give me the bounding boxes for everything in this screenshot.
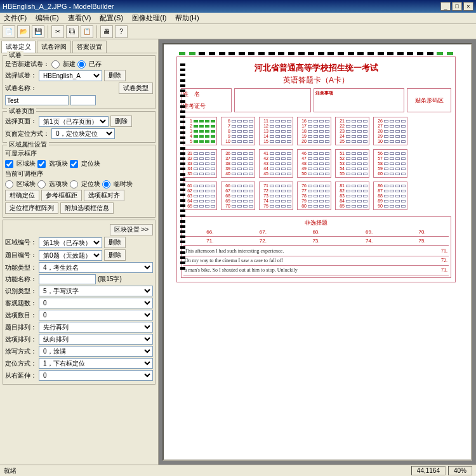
lbl-objcnt: 客观题数： (5, 299, 37, 308)
sheet-subtitle: 英语答题卡（A卡） (181, 75, 451, 86)
select-posmode[interactable]: 0，定位块定位 (51, 128, 115, 139)
select-scoremode[interactable]: 0，涂满 (39, 346, 153, 357)
chk-locblk[interactable] (70, 160, 78, 168)
print-icon[interactable]: 🖶 (100, 25, 113, 38)
btn-addopt[interactable]: 附加选项框信息 (60, 202, 114, 214)
maximize-button[interactable]: □ (452, 2, 462, 11)
select-objcnt[interactable]: 0 (39, 298, 153, 308)
menu-imgproc[interactable]: 图像处理(I) (132, 13, 166, 23)
radio-exist[interactable] (77, 60, 86, 69)
select-rectype[interactable]: 5，手写汉字 (39, 286, 153, 296)
menu-edit[interactable]: 编辑(E) (36, 13, 59, 23)
essay-nums-row2: 71.72.73.74.75. (183, 238, 449, 246)
chk-region[interactable] (5, 160, 13, 168)
titlebar: HBEnglish_A_2.JPG - ModelBuilder _ □ × (0, 0, 476, 13)
select-regnum[interactable]: 第1块（已存块） (39, 237, 102, 248)
rad-temp[interactable] (102, 180, 110, 188)
rad-locblk-lbl: 定位块 (81, 180, 100, 188)
label-select: 选择试卷： (5, 71, 37, 80)
radio-new[interactable] (51, 60, 60, 69)
tab-answerset[interactable]: 答案设置 (72, 41, 107, 53)
tabs: 试卷定义 试卷评阅 答案设置 (1, 41, 157, 53)
chk-optblk[interactable] (37, 160, 46, 168)
essay-line: On my way to the cinema I saw a case to … (185, 258, 283, 263)
rad-temp-lbl: 临时块 (114, 180, 133, 188)
rad-locblk[interactable] (70, 180, 78, 188)
answer-sheet: 河北省普通高等学校招生统一考试 英语答题卡（A卡） 姓 名 准考证号 注意事项 … (176, 51, 456, 282)
essay-line: a man's bike. So I shouted out at him to… (185, 267, 298, 273)
btn-optalign[interactable]: 选项框对齐 (84, 190, 124, 201)
lbl-funcname: 功能名称： (5, 275, 37, 284)
status-zoom: 40% (448, 466, 472, 475)
essay-num: 71. (441, 248, 447, 255)
essay-line: This afternoon I had such interesting ex… (185, 248, 284, 254)
btn-regset[interactable]: 区块设置 >> (110, 224, 153, 235)
input-papername2[interactable] (70, 95, 96, 105)
essay-nums-row1: 66.67.68.69.70. (183, 229, 449, 237)
menu-view[interactable]: 查看(V) (68, 13, 91, 23)
paste-icon[interactable]: 📋 (81, 25, 93, 38)
select-extend[interactable]: 0 (39, 370, 153, 381)
select-optarr[interactable]: 纵向排列 (39, 334, 153, 345)
help-icon[interactable]: ? (115, 25, 128, 38)
close-button[interactable]: × (463, 2, 473, 11)
essay-num: 73. (441, 267, 447, 274)
group-page: 试卷页面 选择页面： 第1页（已存页面） 删除 页面定位方式： 0，定位块定位 (3, 111, 155, 143)
chk-locblk-lbl: 定位块 (81, 159, 100, 168)
sheet-viewport[interactable]: 河北省普通高等学校招生统一考试 英语答题卡（A卡） 姓 名 准考证号 注意事项 … (162, 43, 472, 461)
opt-new: 新建 (63, 60, 76, 69)
group-title: 试卷 (7, 51, 23, 60)
btn-locseq[interactable]: 定位框序框阵列 (5, 202, 58, 214)
copy-icon[interactable]: ⿻ (66, 25, 79, 38)
new-icon[interactable]: 📄 (3, 25, 15, 38)
separator (96, 25, 97, 38)
label-newpaper: 是否新建试卷： (5, 60, 50, 69)
select-page[interactable]: 第1页（已存页面） (39, 116, 109, 127)
minimize-button[interactable]: _ (440, 2, 451, 11)
select-qarr[interactable]: 先行再列 (39, 322, 153, 333)
input-funcname[interactable] (39, 274, 96, 284)
lbl-qnum: 题目编号： (5, 251, 37, 260)
statusbar: 就绪 44,1164 40% (0, 465, 476, 476)
separator (48, 25, 48, 38)
chk-region-lbl: 区域块 (17, 159, 36, 168)
save-icon[interactable]: 💾 (32, 25, 44, 38)
btn-refframe[interactable]: 参考框框距 (41, 190, 82, 201)
btn-del-q[interactable]: 删除 (104, 249, 126, 261)
opt-exist: 已存 (89, 60, 102, 69)
essay-section: 非选择题 66.67.68.69.70. 71.72.73.74.75. Thi… (181, 216, 451, 278)
toolbar: 📄 📂 💾 ✂ ⿻ 📋 🖶 ? (0, 24, 476, 39)
select-paper[interactable]: HBEnglish_A (39, 70, 102, 81)
hint-funcname: (限15字) (98, 275, 122, 284)
select-locmode[interactable]: 1，下右框定位 (39, 358, 153, 369)
examid-label: 准考证号 (183, 102, 230, 110)
select-optcnt[interactable]: 0 (39, 310, 153, 321)
btn-del-reg[interactable]: 删除 (104, 237, 126, 248)
lbl-scoremode: 涂写方式： (5, 347, 37, 356)
select-functype[interactable]: 4，考生姓名 (39, 262, 153, 273)
menubar: 文件(F) 编辑(E) 查看(V) 配置(S) 图像处理(I) 帮助(H) (0, 13, 476, 24)
input-papername[interactable] (5, 95, 69, 105)
btn-precise[interactable]: 精确定位 (5, 190, 39, 201)
btn-papertype[interactable]: 试卷类型 (119, 83, 153, 94)
rad-region[interactable] (5, 180, 13, 188)
menu-config[interactable]: 配置(S) (100, 13, 123, 23)
lbl-regnum: 区域编号： (5, 238, 37, 247)
select-qnum[interactable]: 第0题（无效题） (39, 250, 102, 261)
rad-optblk[interactable] (37, 180, 46, 188)
essay-num: 72. (441, 257, 447, 265)
group-paper: 试卷 是否新建试卷： 新建 已存 选择试卷： HBEnglish_A 删除 试卷… (3, 55, 155, 109)
timing-marks-top (176, 51, 456, 56)
essay-text: This afternoon I had such interesting ex… (183, 247, 449, 275)
cut-icon[interactable]: ✂ (51, 25, 64, 38)
rad-optblk-lbl: 选项块 (49, 180, 68, 188)
open-icon[interactable]: 📂 (17, 25, 30, 38)
essay-title: 非选择题 (183, 219, 449, 227)
tab-paperreview[interactable]: 试卷评阅 (37, 41, 71, 53)
timing-marks-left (180, 63, 187, 270)
btn-delete-page[interactable]: 删除 (110, 116, 132, 127)
chk-optblk-lbl: 选项块 (49, 159, 68, 168)
btn-delete-paper[interactable]: 删除 (104, 70, 126, 81)
menu-help[interactable]: 帮助(H) (175, 13, 199, 23)
menu-file[interactable]: 文件(F) (4, 13, 27, 23)
